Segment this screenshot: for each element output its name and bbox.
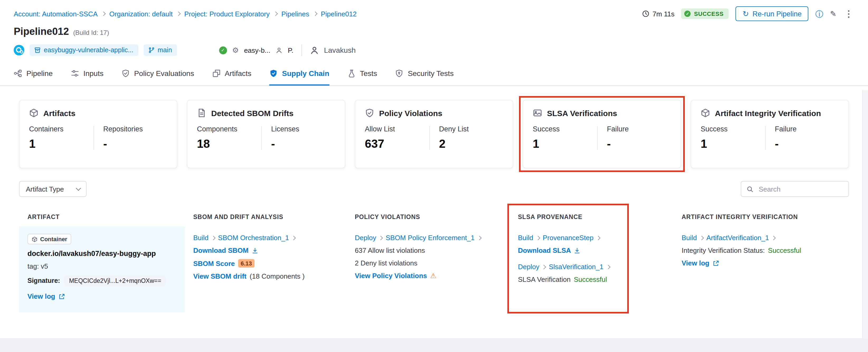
breadcrumb-separator-icon [313, 11, 317, 16]
metric-label: Containers [29, 125, 93, 133]
avatar-icon [310, 46, 319, 55]
step-link-provenance[interactable]: ProvenanceStep [543, 234, 593, 242]
step-link-sbom-orchestration[interactable]: SBOM Orchestration_1 [218, 234, 289, 242]
stage-link-build[interactable]: Build [682, 234, 697, 242]
card-artifacts: Artifacts Containers1 Repositories- [19, 100, 177, 168]
inputs-icon [71, 69, 79, 77]
artifact-type-select[interactable]: Artifact Type [19, 181, 87, 197]
column-header-slsa: SLSA PROVENANCE [509, 207, 673, 226]
container-icon [32, 236, 37, 242]
metric-label: Success [701, 125, 765, 133]
card-artifact-integrity: Artifact Integrity Verification Success1… [691, 100, 849, 168]
view-log-link[interactable]: View log [682, 259, 709, 267]
tab-label: Policy Evaluations [134, 69, 194, 77]
info-icon[interactable]: ⓘ [815, 10, 824, 18]
chevron-right-icon [542, 265, 546, 269]
card-title: Artifact Integrity Verification [715, 108, 821, 118]
supply-chain-shield-icon [269, 69, 278, 77]
step-link-slsa-verification[interactable]: SlsaVerification_1 [549, 263, 603, 271]
sbom-drift-components: (18 Components ) [250, 272, 305, 280]
integrity-status-label: Integrity Verification Status: [682, 247, 765, 254]
tab-security-tests[interactable]: Security Tests [395, 62, 454, 86]
tab-supply-chain[interactable]: Supply Chain [269, 62, 329, 86]
tab-label: Tests [360, 69, 377, 77]
tab-label: Supply Chain [282, 69, 329, 77]
chevron-right-icon [378, 236, 383, 240]
module-icon [14, 45, 24, 56]
status-text: SUCCESS [694, 10, 723, 17]
step-link-artifact-verification[interactable]: ArtifactVerification_1 [707, 234, 769, 242]
view-policy-violations-link[interactable]: View Policy Violations [355, 272, 427, 280]
breadcrumb-pipeline012[interactable]: Pipeline012 [321, 10, 356, 18]
external-link-icon [58, 293, 65, 299]
column-header-artifact: ARTIFACT [19, 207, 185, 226]
stage-link-build[interactable]: Build [193, 234, 209, 242]
warning-icon: ⚠ [430, 272, 436, 279]
tab-tests[interactable]: Tests [347, 62, 377, 86]
chevron-right-icon [211, 236, 215, 240]
column-header-integrity: ARTIFACT INTEGRITY VERIFICATION [673, 207, 849, 226]
integrity-status-value: Successful [768, 247, 801, 254]
artifact-type-label: Artifact Type [26, 185, 64, 193]
view-sbom-drift-link[interactable]: View SBOM drift [193, 272, 247, 280]
signature-label: Signature: [27, 277, 60, 284]
step-link-policy-enforcement[interactable]: SBOM Policy Enforcement_1 [386, 234, 475, 242]
run-duration: 7m 11s [642, 10, 675, 18]
breadcrumb-account[interactable]: Account: Automation-SSCA [14, 10, 98, 18]
breadcrumb-organization[interactable]: Organization: default [109, 10, 173, 18]
branch-chip[interactable]: main [143, 44, 177, 56]
tab-policy-evaluations[interactable]: Policy Evaluations [121, 62, 194, 86]
rerun-pipeline-button[interactable]: ↻ Re-run Pipeline [736, 6, 809, 21]
repository-chip[interactable]: easybuggy-vulnerable-applic... [30, 44, 138, 56]
flask-icon [347, 69, 355, 77]
page: Account: Automation-SSCA Organization: d… [0, 0, 868, 352]
edit-pencil-icon[interactable]: ✎ [830, 10, 836, 18]
card-title: SLSA Verifications [547, 108, 617, 118]
search-icon [747, 186, 753, 192]
card-slsa-verifications: SLSA Verifications Success1 Failure- [523, 100, 681, 168]
breadcrumb-project[interactable]: Project: Product Exploratory [184, 10, 270, 18]
status-badge: ✓ SUCCESS [681, 8, 729, 19]
duration-text: 7m 11s [653, 10, 675, 18]
status-dot-icon: ✓ [219, 46, 227, 54]
view-log-link[interactable]: View log [27, 292, 55, 300]
trigger-user: P. [288, 46, 293, 54]
more-options-icon[interactable]: ⋮ [843, 9, 854, 18]
scrollbar[interactable] [862, 90, 868, 338]
metric-label: Failure [775, 125, 839, 133]
breadcrumb-pipelines[interactable]: Pipelines [281, 10, 309, 18]
chevron-right-icon [291, 236, 296, 240]
breadcrumb-separator-icon [176, 11, 181, 16]
signature-value: MEQCICde2Vjl...L+2+mqnOXw== [64, 276, 166, 286]
sbom-score-link[interactable]: SBOM Score [193, 259, 235, 267]
build-id: (Build Id: 17) [73, 29, 109, 36]
deny-list-violations: 2 Deny list violations [355, 259, 501, 267]
badge-image-icon [533, 108, 542, 118]
card-policy-violations: Policy Violations Allow List637 Deny Lis… [355, 100, 513, 168]
repository-icon [34, 47, 41, 53]
tab-artifacts[interactable]: Artifacts [212, 62, 251, 86]
download-icon [574, 247, 581, 254]
card-title: Detected SBOM Drifts [211, 108, 293, 118]
artifact-tag: tag: v5 [27, 262, 176, 270]
stage-link-deploy[interactable]: Deploy [355, 234, 376, 242]
stage-link-build[interactable]: Build [518, 234, 533, 242]
download-sbom-link[interactable]: Download SBOM [193, 247, 248, 254]
metric-value: 637 [365, 137, 429, 151]
download-icon [252, 247, 258, 254]
sbom-score-badge: 6.13 [238, 259, 255, 267]
download-slsa-link[interactable]: Download SLSA [518, 247, 571, 254]
metric-label: Success [533, 125, 597, 133]
bottom-strip [0, 338, 868, 352]
column-header-policy: POLICY VIOLATIONS [346, 207, 509, 226]
tab-inputs[interactable]: Inputs [71, 62, 103, 86]
chevron-right-icon [596, 236, 600, 240]
tab-label: Inputs [84, 69, 103, 77]
tab-pipeline[interactable]: Pipeline [14, 62, 53, 86]
breadcrumb-separator-icon [273, 11, 278, 16]
branch-name: main [158, 46, 172, 54]
allow-list-violations: 637 Allow list violations [355, 247, 501, 254]
stage-link-deploy[interactable]: Deploy [518, 263, 539, 271]
search-input[interactable] [758, 185, 843, 193]
metric-label: Allow List [365, 125, 429, 133]
